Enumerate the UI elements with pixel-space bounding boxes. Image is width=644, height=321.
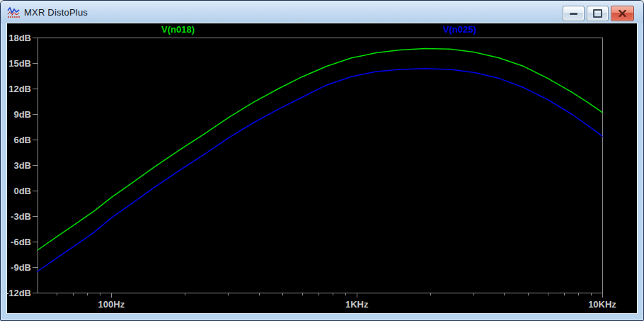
y-tick-label: -3dB — [11, 211, 31, 222]
bode-plot[interactable]: 18dB15dB12dB9dB6dB3dB0dB-3dB-6dB-9dB-12d… — [7, 23, 637, 313]
titlebar[interactable]: MXR DistoPlus — [1, 1, 643, 23]
y-tick-label: 0dB — [13, 186, 31, 196]
y-tick-label: 15dB — [8, 58, 31, 69]
x-tick-label: 1KHz — [345, 299, 369, 310]
y-tick-label: -12dB — [7, 288, 31, 298]
minimize-icon — [570, 13, 577, 15]
restore-icon — [593, 9, 602, 18]
y-tick-label: 12dB — [8, 84, 31, 94]
window-title: MXR DistoPlus — [24, 7, 88, 18]
trace-vn018[interactable] — [38, 49, 602, 250]
y-tick-label: -6dB — [11, 237, 31, 247]
window-controls — [563, 6, 634, 21]
y-tick-label: -9dB — [11, 262, 31, 273]
y-tick-label: 9dB — [13, 109, 31, 120]
legend-trace-vn025[interactable]: V(n025) — [443, 24, 476, 35]
restore-button[interactable] — [587, 6, 609, 21]
legend-trace-vn018[interactable]: V(n018) — [161, 24, 195, 35]
x-tick-label: 10KHz — [588, 299, 616, 310]
trace-vn025[interactable] — [38, 69, 602, 271]
close-button[interactable] — [611, 6, 634, 21]
y-tick-label: 18dB — [8, 33, 31, 43]
app-window: MXR DistoPlus V(n018) V(n025) 18dB15dB12… — [0, 0, 644, 321]
y-tick-label: 3dB — [13, 160, 31, 171]
minimize-button[interactable] — [563, 6, 585, 21]
close-icon — [619, 10, 626, 17]
app-icon — [7, 6, 20, 18]
plot-border — [38, 38, 602, 293]
x-tick-label: 100Hz — [98, 299, 125, 310]
waveform-pane[interactable]: V(n018) V(n025) 18dB15dB12dB9dB6dB3dB0dB… — [7, 23, 637, 313]
y-tick-label: 6dB — [13, 135, 31, 145]
